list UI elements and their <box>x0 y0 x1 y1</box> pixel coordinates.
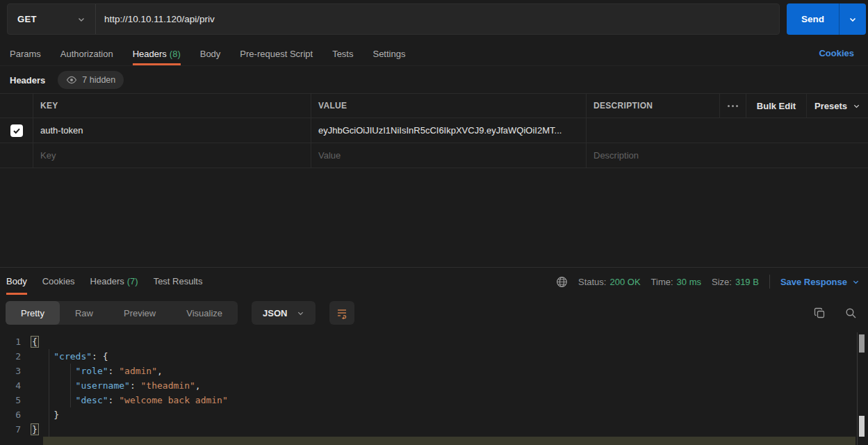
header-key-cell[interactable] <box>33 118 311 143</box>
tab-count: (7) <box>127 276 138 286</box>
tab-count: (8) <box>170 49 181 59</box>
view-pretty-button[interactable]: Pretty <box>6 301 60 325</box>
hidden-headers-toggle[interactable]: 7 hidden <box>58 71 124 89</box>
tab-label: Test Results <box>154 276 203 286</box>
new-value-cell[interactable] <box>311 143 586 168</box>
response-toolbar: Pretty Raw Preview Visualize JSON <box>6 301 862 325</box>
headers-table-header: KEY VALUE DESCRIPTION Bulk Edit Presets <box>0 93 868 118</box>
tab-pre-request-script[interactable]: Pre-request Script <box>240 42 313 65</box>
headers-table: KEY VALUE DESCRIPTION Bulk Edit Presets <box>0 93 868 168</box>
ellipsis-icon <box>728 105 738 107</box>
header-value-cell[interactable] <box>311 118 586 143</box>
presets-label: Presets <box>814 101 847 111</box>
chevron-down-icon <box>77 15 85 24</box>
more-options-button[interactable] <box>719 94 746 118</box>
tab-label: Headers <box>90 276 124 286</box>
tab-label: Body <box>200 49 221 59</box>
line-number: 7 <box>0 422 32 437</box>
method-select[interactable]: GET <box>8 4 96 34</box>
header-key-input[interactable] <box>40 125 304 136</box>
headers-subheader: Headers 7 hidden <box>10 70 124 90</box>
request-bar: GET <box>7 3 780 35</box>
tab-label: Params <box>10 49 41 59</box>
code-line: 6 } <box>0 407 868 422</box>
tab-settings[interactable]: Settings <box>372 42 405 65</box>
view-visualize-button[interactable]: Visualize <box>171 301 238 325</box>
divider <box>769 275 770 289</box>
response-tab-body[interactable]: Body <box>6 268 27 295</box>
format-dropdown[interactable]: JSON <box>252 301 316 325</box>
headers-title: Headers <box>10 75 45 86</box>
view-preview-button[interactable]: Preview <box>108 301 171 325</box>
column-key: KEY <box>33 94 311 118</box>
response-tab-test-results[interactable]: Test Results <box>154 268 203 295</box>
table-row-empty <box>0 143 868 168</box>
code-line: 3 "role": "admin", <box>0 364 868 378</box>
line-number: 6 <box>0 407 32 422</box>
search-button[interactable] <box>845 307 857 319</box>
code-line: 1 { <box>0 334 868 349</box>
tab-body[interactable]: Body <box>200 42 221 65</box>
active-line-highlight <box>43 437 855 445</box>
size-label: Size: <box>712 277 732 287</box>
scrollbar-thumb[interactable] <box>859 334 865 353</box>
format-label: JSON <box>263 308 287 318</box>
table-row <box>0 118 868 143</box>
tab-label: Authorization <box>60 49 113 59</box>
response-meta: Status: 200 OK Time: 30 ms Size: 319 B S… <box>556 268 860 296</box>
presets-dropdown[interactable]: Presets <box>806 94 868 118</box>
code-line: 7 } <box>0 422 868 437</box>
wrap-line-icon <box>336 307 348 319</box>
tab-label: Cookies <box>42 276 75 286</box>
view-raw-button[interactable]: Raw <box>60 301 108 325</box>
header-description-input[interactable] <box>593 125 861 136</box>
new-description-cell[interactable] <box>586 143 868 168</box>
hidden-headers-label: 7 hidden <box>82 75 115 85</box>
send-options-button[interactable] <box>839 3 866 35</box>
header-value-input[interactable] <box>318 125 579 136</box>
cookies-link[interactable]: Cookies <box>819 42 854 64</box>
chevron-down-icon <box>852 278 860 286</box>
url-input[interactable] <box>96 4 779 34</box>
column-value: VALUE <box>311 94 586 118</box>
tab-label: Headers <box>133 49 167 59</box>
new-key-input[interactable] <box>40 150 304 161</box>
code-line: 4 "username": "theadmin", <box>0 378 868 393</box>
request-tabs: Params Authorization Headers (8) Body Pr… <box>0 42 868 66</box>
response-body-editor[interactable]: 1 { 2 "creds": { 3 "role": "admin", 4 "u… <box>0 332 868 445</box>
tab-headers[interactable]: Headers (8) <box>133 42 181 65</box>
tab-params[interactable]: Params <box>10 42 41 65</box>
copy-button[interactable] <box>814 307 826 319</box>
new-key-cell[interactable] <box>33 143 311 168</box>
chevron-down-icon <box>297 309 304 317</box>
line-number: 5 <box>0 393 32 407</box>
tab-label: Tests <box>332 49 353 59</box>
search-icon <box>845 307 857 319</box>
view-switcher: Pretty Raw Preview Visualize <box>6 301 238 325</box>
line-number: 4 <box>0 378 32 393</box>
new-description-input[interactable] <box>593 150 861 161</box>
tab-label: Settings <box>372 49 405 59</box>
line-number: 2 <box>0 349 32 364</box>
response-tab-cookies[interactable]: Cookies <box>42 268 75 295</box>
bulk-edit-button[interactable]: Bulk Edit <box>746 94 806 118</box>
save-response-button[interactable]: Save Response <box>780 277 860 287</box>
row-checkbox[interactable] <box>10 124 23 137</box>
column-description: DESCRIPTION <box>586 94 719 118</box>
response-header: Body Cookies Headers (7) Test Results St… <box>0 267 868 295</box>
globe-icon[interactable] <box>556 276 568 288</box>
tab-tests[interactable]: Tests <box>332 42 353 65</box>
tab-authorization[interactable]: Authorization <box>60 42 113 65</box>
header-description-cell[interactable] <box>586 118 868 143</box>
tab-label: Pre-request Script <box>240 49 313 59</box>
new-value-input[interactable] <box>318 150 579 161</box>
scrollbar-thumb-bottom[interactable] <box>859 416 865 437</box>
method-label: GET <box>17 14 37 24</box>
wrap-line-button[interactable] <box>329 301 354 325</box>
select-all-cell <box>0 94 33 118</box>
code-line: 2 "creds": { <box>0 349 868 364</box>
response-tab-headers[interactable]: Headers (7) <box>90 268 138 295</box>
send-button[interactable]: Send <box>787 3 839 35</box>
status-badge: Status: 200 OK <box>578 277 641 287</box>
code-line: 5 "desc": "welcome back admin" <box>0 393 868 407</box>
